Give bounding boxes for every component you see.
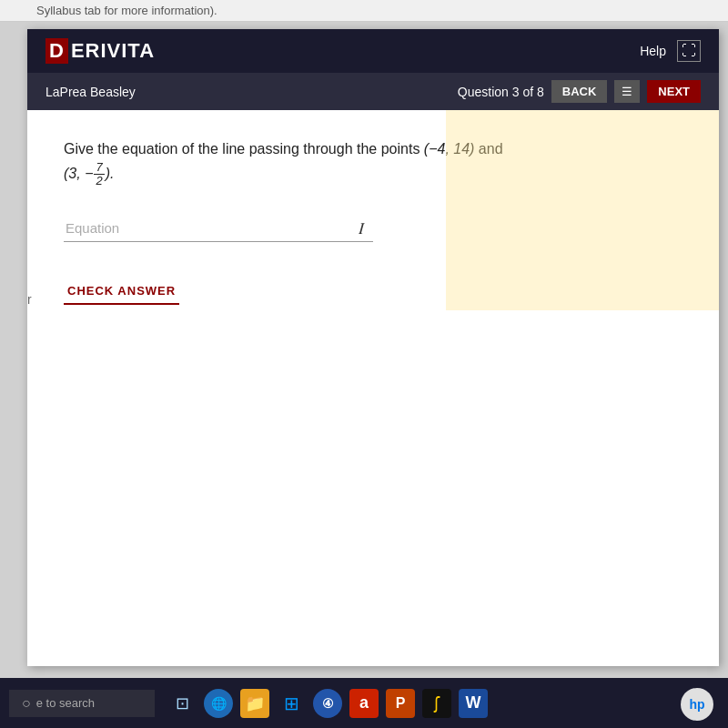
taskbar-search-text: e to search bbox=[36, 696, 95, 710]
hp-logo: hp bbox=[681, 688, 713, 721]
question-info: Question 3 of 8 bbox=[458, 85, 544, 99]
app-logo: DERIVITA bbox=[46, 38, 155, 64]
question-point1: (−4, 14) bbox=[424, 141, 475, 157]
question-point2: (3, −72). bbox=[64, 166, 114, 181]
header-bar: DERIVITA Help ⛶ bbox=[27, 29, 719, 73]
point2-fraction: 72 bbox=[94, 161, 104, 188]
app-container: DERIVITA Help ⛶ LaPrea Beasley Question … bbox=[27, 29, 719, 666]
nav-bar: LaPrea Beasley Question 3 of 8 BACK ☰ NE… bbox=[27, 73, 719, 110]
a-icon[interactable]: a bbox=[349, 689, 379, 718]
nav-center: Question 3 of 8 BACK ☰ NEXT bbox=[458, 80, 701, 103]
equation-input-wrapper: 𝐼 bbox=[64, 215, 373, 242]
top-hint-bar: Syllabus tab for more information). bbox=[0, 0, 728, 22]
question-text-2: and bbox=[474, 141, 502, 157]
w-icon[interactable]: W bbox=[459, 689, 488, 718]
taskbar-search-area[interactable]: ○ e to search bbox=[9, 690, 155, 717]
back-button[interactable]: BACK bbox=[551, 80, 608, 103]
menu-button[interactable]: ☰ bbox=[614, 80, 640, 103]
logo-rest: ERIVITA bbox=[71, 39, 155, 63]
menu-icon: ☰ bbox=[622, 85, 632, 98]
taskbar-icons: ⊡ 🌐 📁 ⊞ ④ a P ʃ W bbox=[167, 689, 488, 718]
header-right: Help ⛶ bbox=[640, 40, 701, 62]
taskbar: ○ e to search ⊡ 🌐 📁 ⊞ ④ a P ʃ W hp bbox=[0, 678, 728, 728]
p-icon[interactable]: P bbox=[386, 689, 415, 718]
files-icon[interactable]: 📁 bbox=[240, 689, 269, 718]
fraction-denominator: 2 bbox=[94, 175, 104, 187]
browser-icon[interactable]: 🌐 bbox=[204, 689, 233, 718]
fraction-numerator: 7 bbox=[94, 161, 104, 175]
question-text-1: Give the equation of the line passing th… bbox=[64, 141, 424, 157]
nav-user: LaPrea Beasley bbox=[46, 85, 136, 99]
input-row: 𝐼 bbox=[64, 215, 682, 242]
notification-icon[interactable]: ④ bbox=[313, 689, 342, 718]
top-hint-text: Syllabus tab for more information). bbox=[36, 4, 217, 17]
check-answer-button[interactable]: CHECK ANSWER bbox=[64, 278, 179, 305]
taskview-icon[interactable]: ⊡ bbox=[167, 689, 197, 718]
question-text: Give the equation of the line passing th… bbox=[64, 137, 682, 187]
content-area: r Give the equation of the line passing … bbox=[27, 110, 719, 332]
next-button[interactable]: NEXT bbox=[647, 80, 701, 103]
s-icon[interactable]: ʃ bbox=[422, 689, 451, 718]
equation-input[interactable] bbox=[64, 215, 373, 242]
help-label: Help bbox=[640, 44, 666, 58]
side-hint: r bbox=[27, 292, 32, 307]
windows-store-icon[interactable]: ⊞ bbox=[277, 689, 306, 718]
search-circle-icon: ○ bbox=[22, 695, 31, 712]
expand-icon[interactable]: ⛶ bbox=[677, 40, 701, 62]
logo-d-box: D bbox=[46, 38, 68, 64]
point2-x: 3 bbox=[68, 166, 76, 181]
